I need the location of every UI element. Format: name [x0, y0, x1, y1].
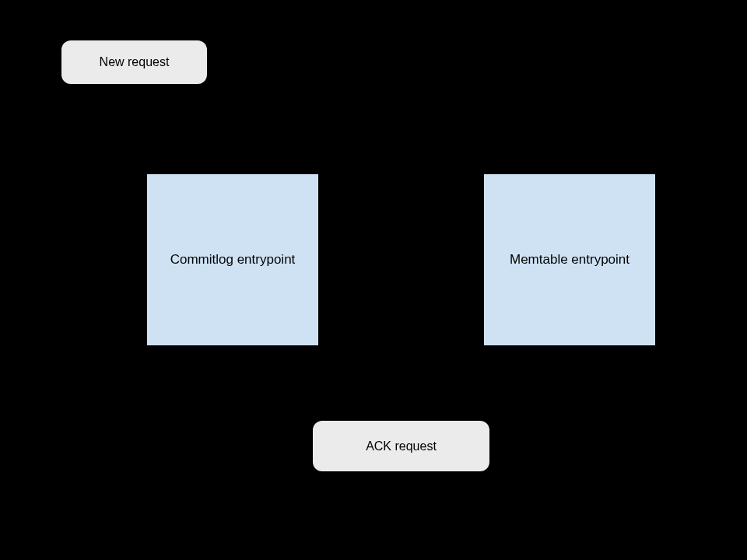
commitlog-label: Commitlog entrypoint [170, 252, 296, 268]
new-request-label: New request [100, 55, 170, 69]
ack-request-label: ACK request [366, 439, 437, 453]
new-request-node: New request [61, 40, 207, 84]
ack-request-node: ACK request [313, 421, 489, 471]
memtable-node: Memtable entrypoint [484, 174, 655, 345]
commitlog-node: Commitlog entrypoint [147, 174, 318, 345]
memtable-label: Memtable entrypoint [510, 252, 630, 268]
